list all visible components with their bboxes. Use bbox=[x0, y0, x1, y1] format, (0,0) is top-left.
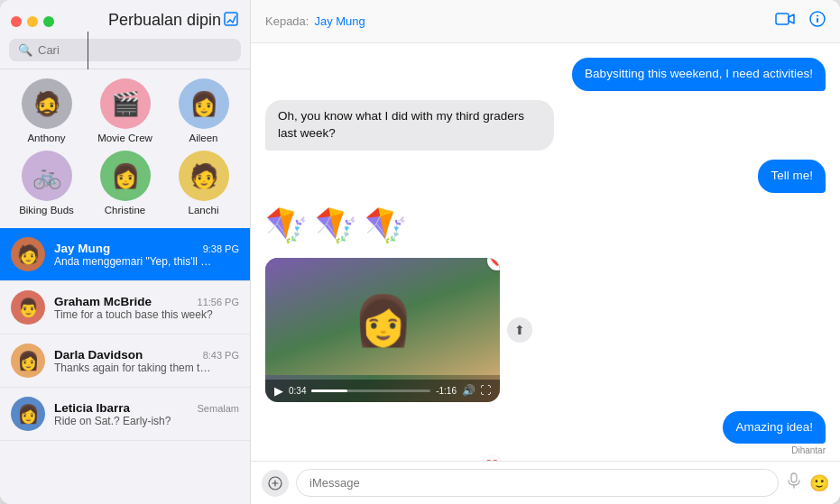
compose-button[interactable] bbox=[223, 11, 239, 32]
info-icon[interactable] bbox=[809, 11, 826, 32]
conv-preview-jaymung: Anda menggemari "Yep, this'll keep 'em o… bbox=[54, 255, 217, 268]
conv-time-darla: 8:43 PG bbox=[203, 350, 239, 361]
pinned-contact-moviecrew[interactable]: 🎬 Movie Crew bbox=[93, 78, 158, 143]
kite-2: 🪁 bbox=[315, 206, 357, 245]
search-icon: 🔍 bbox=[18, 43, 32, 57]
close-button[interactable] bbox=[11, 16, 22, 27]
search-bar: 🔍 bbox=[9, 39, 241, 61]
message-m4: Amazing idea! Dihantar bbox=[265, 411, 826, 456]
volume-icon[interactable]: 🔊 bbox=[462, 384, 475, 397]
conv-name-leticia: Leticia Ibarra bbox=[54, 401, 130, 415]
conversation-item-leticia[interactable]: 👩 Leticia Ibarra Semalam Ride on Sat.? E… bbox=[0, 388, 250, 441]
conv-preview-darla: Thanks again for taking them this weeken… bbox=[54, 362, 217, 374]
conv-name-graham: Graham McBride bbox=[54, 295, 152, 308]
bubble-m4: Amazing idea! bbox=[723, 411, 826, 444]
pinned-section: 🧔 Anthony 🎬 Movie Crew 👩 Aileen bbox=[0, 69, 250, 228]
pinned-name-aileen: Aileen bbox=[189, 133, 218, 143]
pinned-contact-lanchi[interactable]: 🧑 Lanchi bbox=[171, 151, 236, 215]
video-elapsed: 0:34 bbox=[289, 386, 306, 396]
messages-area: Babysitting this weekend, I need activit… bbox=[251, 43, 840, 461]
sent-label-m4: Dihantar bbox=[791, 445, 826, 455]
pinned-contact-aileen[interactable]: 👩 Aileen bbox=[171, 78, 236, 143]
conv-time-graham: 11:56 PG bbox=[198, 297, 239, 307]
svg-rect-4 bbox=[817, 18, 818, 23]
pinned-row-1: 🧔 Anthony 🎬 Movie Crew 👩 Aileen bbox=[0, 78, 250, 143]
tooltip-line bbox=[88, 32, 88, 69]
svg-rect-1 bbox=[776, 14, 789, 24]
conv-name-darla: Darla Davidson bbox=[54, 348, 143, 362]
last-bubble-heart-reaction: ❤️ bbox=[482, 455, 502, 461]
video-action-icons: 🔊 ⛶ bbox=[462, 384, 491, 397]
kite-row: 🪁 🪁 🪁 bbox=[265, 202, 826, 249]
video-person: 👩 bbox=[353, 292, 413, 349]
bubble-m2: Oh, you know what I did with my third gr… bbox=[265, 100, 554, 151]
input-bar: 🙂 bbox=[251, 461, 840, 504]
conv-info-leticia: Leticia Ibarra Semalam Ride on Sat.? Ear… bbox=[54, 401, 239, 427]
message-m2: Oh, you know what I did with my third gr… bbox=[265, 100, 826, 151]
pinned-avatar-aileen: 👩 bbox=[179, 78, 229, 129]
conversation-item-jaymung[interactable]: 🧑 Jay Mung 9:38 PG Anda menggemari "Yep,… bbox=[0, 228, 250, 281]
message-input[interactable] bbox=[296, 469, 779, 497]
pinned-contact-christine[interactable]: 👩 Christine bbox=[93, 151, 158, 215]
app-button[interactable] bbox=[262, 470, 289, 497]
fullscreen-button[interactable] bbox=[43, 16, 54, 27]
kite-1: 🪁 bbox=[265, 206, 308, 245]
video-message: 👩 ▶ 0:34 -1:16 🔊 bbox=[265, 258, 826, 402]
svg-point-3 bbox=[817, 15, 818, 17]
conv-preview-leticia: Ride on Sat.? Early-ish? bbox=[54, 415, 217, 427]
play-icon[interactable]: ▶ bbox=[274, 384, 283, 398]
pinned-row-2: 🚲 Biking Buds 👩 Christine 🧑 Lanchi bbox=[0, 151, 250, 215]
share-button[interactable]: ⬆ bbox=[507, 317, 532, 343]
pinned-avatar-bikingbuds: 🚲 bbox=[22, 151, 72, 201]
video-call-icon[interactable] bbox=[775, 12, 795, 31]
video-remaining: -1:16 bbox=[436, 386, 457, 396]
pinned-name-anthony: Anthony bbox=[27, 133, 65, 143]
bubble-m3: Tell me! bbox=[758, 160, 826, 193]
video-scene: 👩 bbox=[265, 258, 500, 375]
chat-header-recipient[interactable]: Jay Mung bbox=[314, 14, 365, 28]
conv-info-graham: Graham McBride 11:56 PG Time for a touch… bbox=[54, 295, 239, 321]
pinned-avatar-lanchi: 🧑 bbox=[179, 151, 229, 201]
message-m1: Babysitting this weekend, I need activit… bbox=[265, 58, 826, 91]
conversation-list: 🧑 Jay Mung 9:38 PG Anda menggemari "Yep,… bbox=[0, 228, 250, 504]
pinned-avatar-christine: 👩 bbox=[100, 151, 151, 201]
conv-name-jaymung: Jay Mung bbox=[54, 242, 110, 255]
svg-rect-0 bbox=[225, 13, 237, 25]
conversation-item-darla[interactable]: 👩 Darla Davidson 8:43 PG Thanks again fo… bbox=[0, 334, 250, 388]
avatar-jaymung: 🧑 bbox=[11, 237, 45, 271]
avatar-graham: 👨 bbox=[11, 290, 45, 325]
traffic-lights bbox=[11, 16, 54, 27]
avatar-darla: 👩 bbox=[11, 344, 45, 378]
pinned-name-christine: Christine bbox=[105, 205, 145, 215]
sidebar-titlebar bbox=[0, 0, 250, 39]
minimize-button[interactable] bbox=[27, 16, 38, 27]
video-controls: ▶ 0:34 -1:16 🔊 ⛶ bbox=[265, 380, 500, 402]
search-input[interactable] bbox=[38, 43, 232, 57]
sidebar: 🔍 🧔 Anthony 🎬 Movie Crew bbox=[0, 0, 251, 504]
svg-rect-6 bbox=[791, 473, 797, 482]
pinned-avatar-moviecrew: 🎬 bbox=[100, 78, 151, 129]
conv-time-leticia: Semalam bbox=[198, 403, 239, 414]
pinned-name-lanchi: Lanchi bbox=[189, 205, 219, 215]
chat-header-to-label: Kepada: bbox=[265, 14, 309, 28]
pinned-contact-anthony[interactable]: 🧔 Anthony bbox=[14, 78, 79, 143]
bubble-m1: Babysitting this weekend, I need activit… bbox=[572, 58, 826, 91]
conv-info-jaymung: Jay Mung 9:38 PG Anda menggemari "Yep, t… bbox=[54, 242, 239, 268]
emoji-icon[interactable]: 🙂 bbox=[809, 473, 829, 493]
fullscreen-icon[interactable]: ⛶ bbox=[480, 384, 491, 397]
conv-preview-graham: Time for a touch base this week? bbox=[54, 308, 217, 321]
chat-header: Kepada: Jay Mung bbox=[251, 0, 840, 43]
conversation-item-graham[interactable]: 👨 Graham McBride 11:56 PG Time for a tou… bbox=[0, 281, 250, 334]
chat-header-actions bbox=[775, 11, 826, 32]
pinned-contact-bikingbuds[interactable]: 🚲 Biking Buds bbox=[14, 151, 79, 215]
video-progress-bar[interactable] bbox=[311, 389, 430, 392]
chat-area: Kepada: Jay Mung bbox=[251, 0, 840, 504]
kite-3: 🪁 bbox=[365, 206, 407, 245]
pinned-avatar-anthony: 🧔 bbox=[22, 78, 72, 129]
input-right-icons: 🙂 bbox=[786, 472, 829, 493]
video-progress-fill bbox=[311, 389, 347, 392]
conv-info-darla: Darla Davidson 8:43 PG Thanks again for … bbox=[54, 348, 239, 374]
message-m3: Tell me! bbox=[265, 160, 826, 193]
audio-input-icon[interactable] bbox=[786, 472, 802, 493]
video-player[interactable]: 👩 ▶ 0:34 -1:16 🔊 bbox=[265, 258, 500, 402]
